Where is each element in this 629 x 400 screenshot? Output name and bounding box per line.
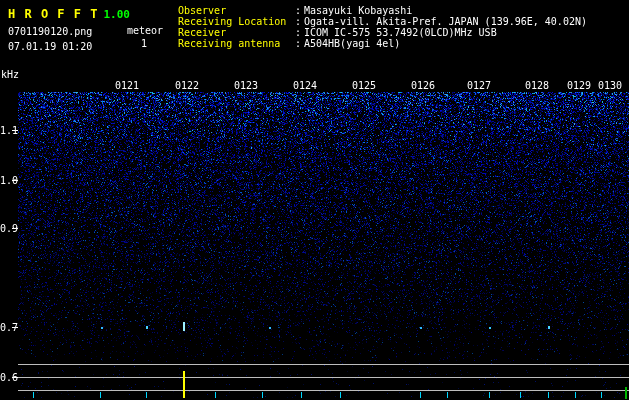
spectrogram-canvas [0, 0, 629, 400]
hrofft-window: H R O F F T1.00 0701190120.png meteor 07… [0, 0, 629, 400]
